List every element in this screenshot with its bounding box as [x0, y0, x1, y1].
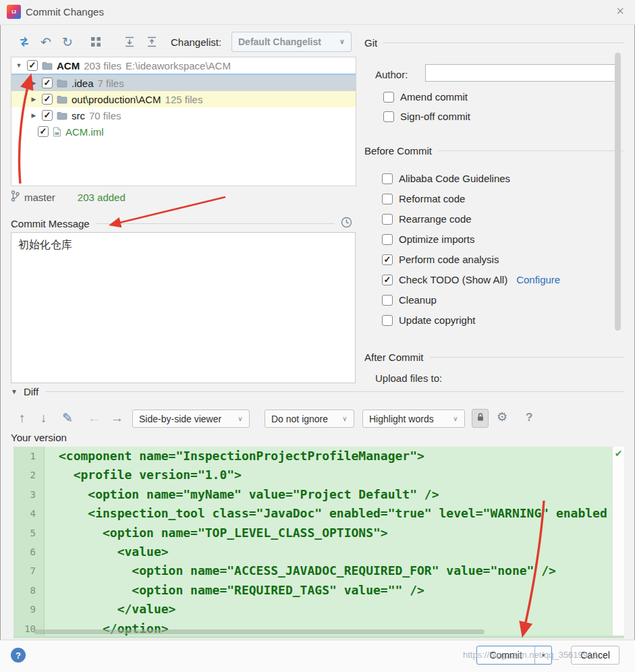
- checkbox[interactable]: [382, 194, 393, 204]
- checkbox[interactable]: [382, 315, 393, 326]
- close-icon[interactable]: ×: [616, 4, 624, 18]
- highlight-mode-dropdown[interactable]: Highlight words ∨: [362, 410, 465, 428]
- code-line: <profile version="1.0">: [59, 466, 613, 484]
- group-by-icon[interactable]: [88, 34, 104, 50]
- commit-dropdown-button[interactable]: ▾: [534, 646, 551, 664]
- divider: [96, 223, 335, 224]
- checkbox[interactable]: [382, 234, 393, 245]
- help-button[interactable]: ?: [11, 648, 26, 663]
- checkbox[interactable]: [382, 214, 393, 225]
- tree-row[interactable]: ACM.iml: [11, 123, 356, 140]
- collapse-triangle-icon[interactable]: ▼: [11, 388, 18, 395]
- chevron-right-icon[interactable]: ▶: [30, 80, 38, 86]
- collapse-all-icon[interactable]: [144, 34, 160, 50]
- history-clock-icon[interactable]: [341, 217, 352, 230]
- show-diff-icon[interactable]: [16, 34, 32, 50]
- git-section-header: Git: [364, 37, 624, 49]
- horizontal-scrollbar-thumb[interactable]: [34, 629, 485, 634]
- commit-button-label: Commit: [477, 646, 534, 664]
- reformat-code-option[interactable]: Reformat code: [382, 193, 465, 204]
- divider: [383, 43, 624, 43]
- configure-link[interactable]: Configure: [516, 274, 560, 285]
- before-commit-title: Before Commit: [364, 145, 432, 157]
- update-copyright-option[interactable]: Update copyright: [382, 314, 475, 326]
- gear-icon[interactable]: ⚙: [497, 411, 507, 423]
- previous-change-icon[interactable]: ↑: [19, 412, 26, 424]
- chevron-right-icon[interactable]: ▶: [30, 112, 38, 119]
- commit-message-text: 初始化仓库: [18, 239, 72, 250]
- checkbox[interactable]: [382, 275, 393, 285]
- tree-row[interactable]: ▶ src 70 files: [11, 107, 356, 123]
- optimize-imports-option[interactable]: Optimize imports: [382, 233, 475, 245]
- rearrange-code-option[interactable]: Rearrange code: [382, 213, 472, 225]
- line-number: 3: [13, 485, 44, 504]
- diff-editor[interactable]: 12345678910 <component name="InspectionP…: [13, 447, 624, 638]
- code-analysis-option[interactable]: Perform code analysis: [382, 254, 499, 265]
- scrollbar-thumb[interactable]: [615, 53, 621, 331]
- author-input[interactable]: [425, 64, 621, 82]
- checkbox[interactable]: [42, 94, 53, 105]
- changelist-dropdown[interactable]: Default Changelist ∨: [231, 32, 352, 52]
- tree-item-count: 125 files: [165, 94, 203, 105]
- amend-commit-option[interactable]: Amend commit: [383, 91, 468, 103]
- edit-source-icon[interactable]: ✎: [62, 412, 73, 424]
- checkbox[interactable]: [27, 60, 38, 71]
- line-number: 1: [13, 447, 44, 466]
- chevron-right-icon[interactable]: ▶: [30, 96, 38, 103]
- next-change-icon[interactable]: ↓: [40, 412, 47, 424]
- checkbox[interactable]: [383, 92, 394, 103]
- checkbox[interactable]: [382, 254, 393, 265]
- checkbox[interactable]: [42, 78, 53, 88]
- cancel-button[interactable]: Cancel: [571, 646, 619, 665]
- chevron-down-icon[interactable]: ▼: [15, 62, 23, 69]
- refresh-icon[interactable]: ↻: [59, 34, 76, 50]
- tree-item-name: out\production\ACM: [72, 94, 161, 105]
- checkbox[interactable]: [383, 111, 394, 122]
- diff-section-header[interactable]: ▼ Diff: [11, 386, 624, 397]
- sign-off-option[interactable]: Sign-off commit: [383, 111, 470, 122]
- code-line: <option name="ACCESS_JAVADOC_REQUIRED_FO…: [59, 561, 613, 580]
- title-bar: IJ Commit Changes ×: [0, 0, 635, 25]
- tree-row[interactable]: ▶ out\production\ACM 125 files: [11, 91, 356, 107]
- checkbox[interactable]: [382, 173, 393, 184]
- your-version-label: Your version: [11, 432, 67, 443]
- checkbox[interactable]: [38, 126, 49, 137]
- checkbox-label: Alibaba Code Guidelines: [399, 173, 510, 184]
- checkbox[interactable]: [42, 110, 53, 121]
- branch-name[interactable]: master: [24, 192, 55, 203]
- lock-button[interactable]: [472, 409, 489, 428]
- back-icon[interactable]: ←: [88, 412, 101, 424]
- commit-message-input[interactable]: 初始化仓库: [11, 232, 356, 383]
- alibaba-guidelines-option[interactable]: Alibaba Code Guidelines: [382, 173, 510, 184]
- commit-message-header: Commit Message: [11, 217, 352, 230]
- tree-row[interactable]: ▶ .idea 7 files: [11, 75, 356, 91]
- whitespace-value: Do not ignore: [271, 414, 328, 424]
- checkbox-label: Amend commit: [400, 91, 468, 103]
- expand-all-icon[interactable]: [121, 34, 138, 50]
- forward-icon[interactable]: →: [111, 412, 123, 424]
- viewer-mode-dropdown[interactable]: Side-by-side viewer ∨: [132, 410, 250, 428]
- checkbox[interactable]: [382, 295, 393, 306]
- line-number: 7: [13, 561, 44, 580]
- check-todo-option[interactable]: Check TODO (Show All) Configure: [382, 274, 560, 285]
- tree-row[interactable]: ▼ ACM 203 files E:\ideaworkspace\ACM: [11, 57, 356, 75]
- cleanup-option[interactable]: Cleanup: [382, 294, 437, 306]
- whitespace-dropdown[interactable]: Do not ignore ∨: [265, 410, 354, 428]
- added-files-count[interactable]: 203 added: [78, 192, 126, 203]
- commit-button[interactable]: Commit ▾: [476, 646, 552, 665]
- code-line: <value>: [59, 542, 613, 561]
- cancel-button-label: Cancel: [580, 650, 610, 661]
- help-icon[interactable]: ?: [526, 412, 532, 423]
- chevron-down-icon: ∨: [341, 415, 349, 422]
- code-line: <inspection_tool class="JavaDoc" enabled…: [59, 504, 613, 523]
- intellij-logo-icon: IJ: [7, 5, 21, 19]
- inspections-ok-icon: ✔: [615, 448, 623, 638]
- tree-item-count: 203 files: [84, 60, 121, 72]
- line-number: 5: [13, 524, 44, 542]
- upload-files-label: Upload files to:: [375, 372, 442, 384]
- git-section-title: Git: [364, 37, 377, 49]
- dialog-footer: ? Commit ▾ Cancel: [0, 640, 635, 672]
- tree-item-path: E:\ideaworkspace\ACM: [126, 60, 231, 72]
- code-line: </value>: [59, 600, 613, 619]
- rollback-icon[interactable]: ↶: [38, 34, 54, 50]
